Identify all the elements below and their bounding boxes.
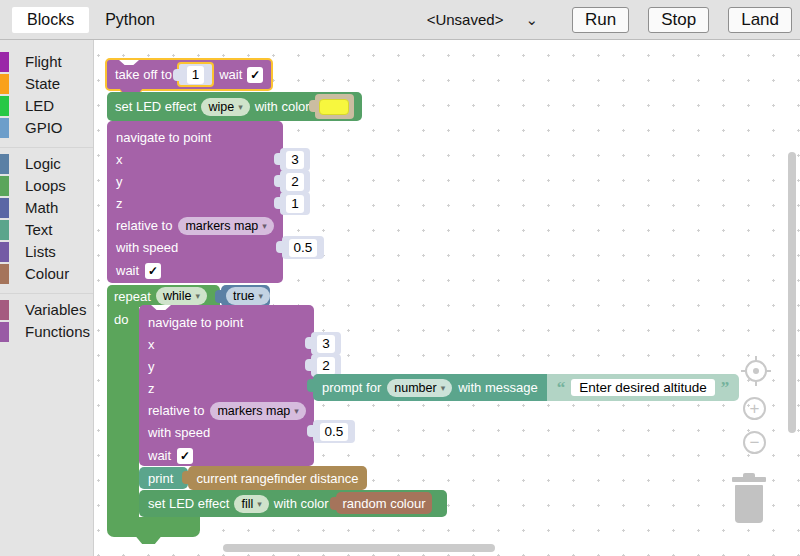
y-value[interactable]: 2	[317, 357, 335, 375]
flight-color-chip	[0, 52, 9, 72]
led-effect-dropdown[interactable]: fill ▾	[234, 495, 268, 513]
z-value[interactable]: 1	[286, 195, 304, 213]
sidebar-item-label: LED	[25, 97, 54, 114]
block-true[interactable]: true ▾	[221, 285, 270, 307]
dropdown-arrow-icon: ▾	[441, 380, 446, 396]
repeat-bottom-bar[interactable]	[107, 517, 200, 537]
sidebar-item-label: Flight	[25, 53, 62, 70]
sidebar-item-led[interactable]: LED	[0, 95, 93, 116]
wait-checkbox[interactable]: ✓	[177, 448, 193, 464]
x-value[interactable]: 3	[317, 335, 335, 353]
repeat-do-spine[interactable]: do	[107, 307, 139, 517]
sidebar-item-state[interactable]: State	[0, 73, 93, 94]
file-selector[interactable]: <Unsaved> ⌄	[427, 11, 538, 29]
trash-icon[interactable]	[732, 473, 766, 523]
sidebar-item-flight[interactable]: Flight	[0, 51, 93, 72]
speed-label: with speed	[148, 425, 210, 440]
tick	[766, 370, 771, 372]
x-label: x	[148, 337, 155, 352]
value-shadow-speed[interactable]: 0.5	[313, 420, 355, 443]
takeoff-wait-label: wait	[219, 67, 242, 82]
colour-shadow-block[interactable]	[315, 94, 354, 119]
wait-checkbox[interactable]: ✓	[145, 263, 161, 279]
speed-value[interactable]: 0.5	[320, 423, 349, 441]
z-label: z	[148, 381, 155, 396]
takeoff-label: take off to	[115, 67, 172, 82]
prompt-prefix: prompt for	[322, 380, 381, 395]
block-takeoff[interactable]: take off to 1 wait ✓	[105, 58, 273, 91]
vertical-scrollbar[interactable]	[788, 152, 796, 433]
block-random-colour[interactable]: random colour	[336, 492, 432, 514]
speed-value[interactable]: 0.5	[289, 239, 318, 257]
x-value[interactable]: 3	[286, 151, 304, 169]
block-navigate-outer[interactable]: navigate to point x y z relative to mark…	[107, 121, 283, 283]
value-shadow-speed[interactable]: 0.5	[282, 236, 324, 259]
horizontal-scrollbar[interactable]	[223, 544, 495, 552]
led-effect-value: fill	[241, 496, 253, 512]
block-bottom-tab	[134, 537, 163, 544]
takeoff-altitude-field[interactable]: 1	[177, 62, 214, 87]
prompt-type-value: number	[394, 380, 436, 396]
sidebar-item-label: Math	[25, 199, 58, 216]
sidebar-item-logic[interactable]: Logic	[0, 153, 93, 174]
block-prompt[interactable]: prompt for number ▾ with message “ Enter…	[313, 374, 739, 401]
sidebar-item-variables[interactable]: Variables	[0, 299, 93, 320]
sidebar-item-colour[interactable]: Colour	[0, 263, 93, 284]
takeoff-altitude-value[interactable]: 1	[187, 66, 205, 84]
takeoff-wait-checkbox[interactable]: ✓	[247, 67, 263, 83]
dropdown-arrow-icon: ▾	[257, 496, 262, 512]
prompt-message-field[interactable]: Enter desired altitude	[571, 379, 715, 396]
toolbox-sidebar: Flight State LED GPIO Logic	[0, 40, 94, 556]
rangefinder-label: current rangefinder distance	[197, 471, 359, 486]
land-button[interactable]: Land	[728, 7, 792, 33]
tick	[755, 381, 757, 386]
sidebar-item-label: Text	[25, 221, 53, 238]
main-area: Flight State LED GPIO Logic	[0, 40, 800, 556]
sidebar-item-text[interactable]: Text	[0, 219, 93, 240]
tab-python[interactable]: Python	[90, 7, 170, 33]
led-fill-prefix: set LED effect	[148, 496, 229, 511]
sidebar-item-loops[interactable]: Loops	[0, 175, 93, 196]
toolbox-group-drone: Flight State LED GPIO	[0, 51, 93, 143]
zoom-out-icon[interactable]: −	[743, 431, 766, 454]
toolbox-group-standard: Logic Loops Math Text Lists	[0, 147, 93, 289]
dropdown-arrow-icon: ▾	[238, 99, 243, 115]
prompt-suffix: with message	[458, 380, 537, 395]
frame-dropdown[interactable]: markers map ▾	[210, 402, 305, 420]
sidebar-item-functions[interactable]: Functions	[0, 321, 93, 342]
frame-dropdown[interactable]: markers map ▾	[178, 217, 273, 235]
block-print[interactable]: print	[139, 467, 188, 489]
text-shadow-block[interactable]: “ Enter desired altitude ”	[547, 374, 740, 401]
variables-color-chip	[0, 300, 9, 320]
led-effect-dropdown[interactable]: wipe ▾	[201, 98, 249, 116]
run-button[interactable]: Run	[572, 7, 629, 33]
y-value[interactable]: 2	[286, 173, 304, 191]
sidebar-item-label: GPIO	[25, 119, 63, 136]
value-shadow-x[interactable]: 3	[280, 148, 310, 171]
text-color-chip	[0, 220, 9, 240]
colour-swatch-field[interactable]	[319, 99, 349, 115]
file-selector-value: <Unsaved>	[427, 11, 504, 28]
repeat-mode-dropdown[interactable]: while ▾	[156, 287, 207, 305]
prompt-type-dropdown[interactable]: number ▾	[387, 379, 452, 397]
math-color-chip	[0, 198, 9, 218]
block-navigate-inner[interactable]: navigate to point x y z relative to mark…	[139, 305, 314, 466]
zoom-reset-icon[interactable]	[745, 360, 767, 382]
value-shadow-x[interactable]: 3	[311, 332, 341, 355]
sidebar-item-math[interactable]: Math	[0, 197, 93, 218]
value-shadow-y[interactable]: 2	[280, 170, 310, 193]
block-repeat[interactable]: repeat while ▾	[107, 285, 220, 307]
boolean-dropdown[interactable]: true ▾	[226, 287, 270, 305]
block-set-led-wipe[interactable]: set LED effect wipe ▾ with color	[107, 92, 362, 121]
tab-blocks[interactable]: Blocks	[12, 7, 89, 33]
value-shadow-z[interactable]: 1	[280, 192, 310, 215]
zoom-in-icon[interactable]: +	[743, 397, 766, 420]
blockly-workspace[interactable]: take off to 1 wait ✓ set LED effect wipe…	[94, 40, 800, 556]
print-label: print	[148, 471, 173, 486]
sidebar-item-lists[interactable]: Lists	[0, 241, 93, 262]
trash-lid	[732, 477, 766, 482]
stop-button[interactable]: Stop	[648, 7, 709, 33]
led-wipe-suffix: with color	[255, 99, 310, 114]
block-rangefinder-distance[interactable]: current rangefinder distance	[188, 466, 367, 490]
sidebar-item-gpio[interactable]: GPIO	[0, 117, 93, 138]
